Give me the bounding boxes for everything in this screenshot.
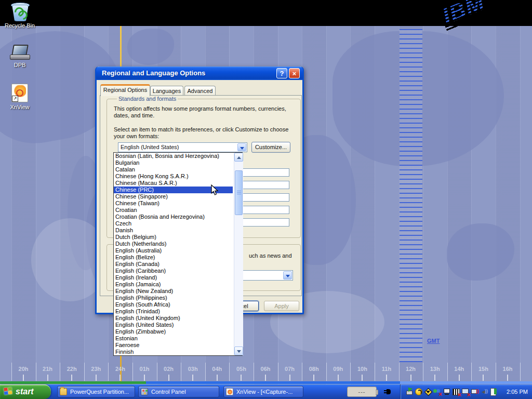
combobox-dropdown-button[interactable]: [237, 143, 246, 151]
language-option[interactable]: Chinese (Singapore): [114, 193, 233, 200]
customize-button[interactable]: Customize...: [251, 142, 290, 153]
dialog-tab[interactable]: Regional Options: [100, 84, 150, 96]
language-option[interactable]: Chinese (Macau S.A.R.): [114, 180, 233, 187]
language-option[interactable]: Danish: [114, 227, 233, 234]
timezone-separator: [278, 363, 278, 381]
list-scrollbar[interactable]: [234, 153, 243, 355]
language-option[interactable]: English (Philippines): [114, 295, 233, 301]
hour-label: 01h: [137, 366, 152, 372]
language-option[interactable]: Chinese (Taiwan): [114, 200, 233, 207]
language-option[interactable]: English (South Africa): [114, 301, 233, 308]
language-option[interactable]: English (United Kingdom): [114, 315, 233, 322]
scroll-down-button[interactable]: [234, 347, 243, 355]
map-edge-strip: [146, 381, 400, 384]
removable-hardware-icon[interactable]: [405, 388, 414, 396]
language-option[interactable]: English (Belize): [114, 254, 233, 261]
taskbar-clock[interactable]: 2:05 PM: [507, 384, 528, 399]
desktop-icon-recycle-bin[interactable]: Recycle Bin: [0, 2, 39, 29]
timezone-separator: [205, 363, 206, 381]
language-option[interactable]: Czech: [114, 220, 233, 227]
language-option[interactable]: Finnish: [114, 349, 233, 355]
timezone-separator: [326, 363, 327, 381]
language-option[interactable]: English (New Zealand): [114, 288, 233, 295]
desktop-icon-dpb[interactable]: DPB: [0, 45, 39, 68]
dialog-title: Regional and Language Options: [102, 69, 205, 77]
hour-tick: [119, 375, 121, 381]
computer-offline-icon[interactable]: [461, 388, 470, 396]
timezone-separator: [11, 363, 12, 381]
standards-instruction: Select an item to match its preferences,…: [114, 126, 299, 140]
language-option[interactable]: Bosnian (Latin, Bosnia and Herzegovina): [114, 153, 233, 159]
format-combobox[interactable]: English (United States): [118, 142, 247, 152]
gmt-timezone-band: [400, 29, 422, 362]
timezone-separator: [108, 363, 109, 381]
hour-label: 06h: [258, 366, 273, 372]
language-option[interactable]: Croatian (Bosnia and Herzegovina): [114, 214, 233, 220]
language-option[interactable]: Faeroese: [114, 342, 233, 349]
hour-tick: [168, 375, 169, 381]
gmt-label: GMT: [427, 338, 440, 344]
language-option[interactable]: English (Zimbabwe): [114, 328, 233, 335]
power-plug-icon: [383, 388, 392, 395]
hour-tick: [23, 375, 24, 381]
language-option[interactable]: English (Canada): [114, 261, 233, 268]
standards-description: This option affects how some programs fo…: [114, 105, 297, 119]
dialog-tab[interactable]: Languages: [150, 86, 183, 96]
language-option[interactable]: Estonian: [114, 335, 233, 342]
hour-tick: [192, 375, 193, 381]
timezone-separator: [447, 363, 448, 381]
language-option[interactable]: English (Jamaica): [114, 281, 233, 288]
network-icon[interactable]: [443, 388, 451, 396]
language-option[interactable]: Dutch (Netherlands): [114, 241, 233, 247]
language-option[interactable]: English (Ireland): [114, 274, 233, 281]
combobox-dropdown-button[interactable]: [283, 271, 292, 280]
scrollbar-thumb[interactable]: [235, 170, 243, 215]
scroll-up-button[interactable]: [234, 153, 243, 162]
display-alert-icon[interactable]: [471, 388, 479, 396]
battery-meter[interactable]: ---: [347, 387, 377, 397]
timezone-separator: [471, 363, 472, 381]
language-option[interactable]: English (Australia): [114, 247, 233, 254]
language-option[interactable]: English (United States): [114, 322, 233, 328]
task-button[interactable]: PowerQuest Partition...: [57, 386, 135, 397]
task-button[interactable]: Control Panel: [138, 386, 219, 397]
language-option[interactable]: Catalan: [114, 166, 233, 173]
start-button[interactable]: start: [0, 384, 51, 399]
standards-group-caption: Standards and formats: [117, 96, 178, 102]
language-option[interactable]: English (Trinidad): [114, 308, 233, 315]
language-option[interactable]: Bulgarian: [114, 159, 233, 166]
timezone-separator: [496, 363, 496, 381]
language-option[interactable]: Chinese (Hong Kong S.A.R.): [114, 173, 233, 180]
timezone-separator: [132, 363, 133, 381]
task-icon: [141, 388, 148, 395]
hour-tick: [313, 375, 314, 381]
hour-tick: [507, 375, 508, 381]
location-text: uch as news and: [249, 252, 292, 259]
task-button[interactable]: XnView - [<Capture-...: [223, 386, 303, 397]
language-option[interactable]: English (Caribbean): [114, 268, 233, 274]
language-option[interactable]: Croatian: [114, 207, 233, 214]
timezone-separator: [423, 363, 423, 381]
messenger-icon[interactable]: [415, 388, 423, 396]
hour-tick: [96, 375, 97, 381]
signal-blocked-icon[interactable]: [452, 388, 460, 396]
language-option[interactable]: Dutch (Belgium): [114, 234, 233, 241]
hour-label: 05h: [234, 366, 248, 372]
language-bar-icon[interactable]: [489, 388, 498, 396]
dialog-tab[interactable]: Advanced: [184, 86, 216, 96]
mail-alert-icon[interactable]: [424, 388, 432, 396]
desktop-icon-xnview[interactable]: ↗ XnView: [0, 84, 39, 110]
close-button[interactable]: ×: [289, 68, 300, 78]
apply-button[interactable]: Apply: [264, 301, 299, 311]
language-option[interactable]: Chinese (PRC): [114, 187, 233, 193]
hour-label: 10h: [355, 366, 369, 372]
hour-tick: [459, 375, 460, 381]
dialog-titlebar[interactable]: Regional and Language Options: [96, 66, 303, 80]
timezone-separator: [302, 363, 302, 381]
laptop-icon: [9, 45, 30, 60]
volume-icon[interactable]: [480, 388, 488, 396]
desktop-top-band: IBM: [0, 0, 532, 26]
help-button[interactable]: ?: [276, 68, 287, 78]
hour-tick: [362, 375, 363, 381]
contacts-offline-icon[interactable]: [433, 388, 442, 396]
